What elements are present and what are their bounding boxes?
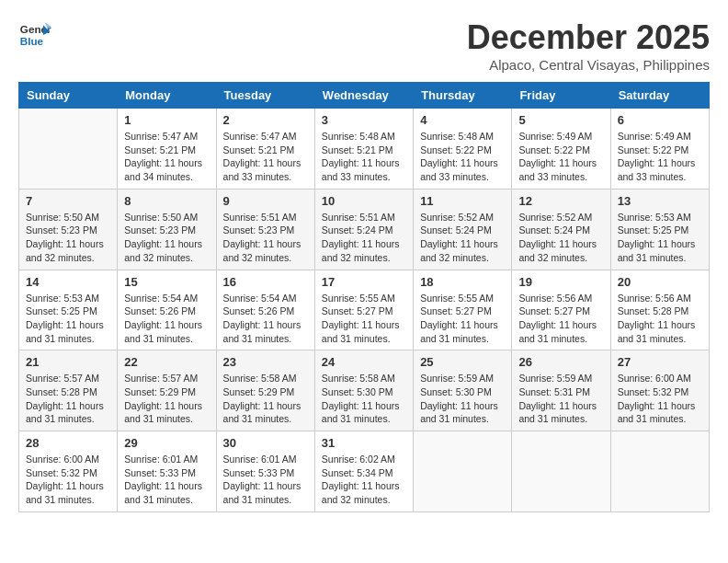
calendar-day-6: 6Sunrise: 5:49 AMSunset: 5:22 PMDaylight… [610,109,709,190]
day-info: Sunrise: 5:48 AMSunset: 5:22 PMDaylight:… [420,130,505,184]
empty-cell [610,431,709,512]
calendar-day-16: 16Sunrise: 5:54 AMSunset: 5:26 PMDayligh… [216,270,314,350]
day-info: Sunrise: 5:50 AMSunset: 5:23 PMDaylight:… [124,211,209,265]
day-info: Sunrise: 5:53 AMSunset: 5:25 PMDaylight:… [26,292,110,346]
calendar-day-8: 8Sunrise: 5:50 AMSunset: 5:23 PMDaylight… [118,189,216,270]
day-info: Sunrise: 6:00 AMSunset: 5:32 PMDaylight:… [618,372,702,426]
calendar-day-12: 12Sunrise: 5:52 AMSunset: 5:24 PMDayligh… [512,189,610,270]
day-number: 5 [518,113,603,127]
day-number: 25 [420,355,505,369]
day-info: Sunrise: 5:59 AMSunset: 5:31 PMDaylight:… [518,372,603,426]
day-info: Sunrise: 5:52 AMSunset: 5:24 PMDaylight:… [518,211,603,265]
calendar-day-25: 25Sunrise: 5:59 AMSunset: 5:30 PMDayligh… [414,350,512,431]
title-section: December 2025 Alpaco, Central Visayas, P… [467,18,710,73]
page-header: General Blue December 2025 Alpaco, Centr… [18,18,710,73]
empty-cell [19,109,118,190]
calendar-day-11: 11Sunrise: 5:52 AMSunset: 5:24 PMDayligh… [414,189,512,270]
day-info: Sunrise: 5:55 AMSunset: 5:27 PMDaylight:… [420,292,505,346]
day-number: 16 [223,275,308,289]
day-info: Sunrise: 5:48 AMSunset: 5:21 PMDaylight:… [322,130,406,184]
day-info: Sunrise: 5:51 AMSunset: 5:23 PMDaylight:… [223,211,308,265]
calendar-day-7: 7Sunrise: 5:50 AMSunset: 5:23 PMDaylight… [19,189,118,270]
day-info: Sunrise: 5:57 AMSunset: 5:28 PMDaylight:… [26,372,110,426]
day-number: 1 [124,113,209,127]
day-info: Sunrise: 5:57 AMSunset: 5:29 PMDaylight:… [124,372,209,426]
day-info: Sunrise: 5:52 AMSunset: 5:24 PMDaylight:… [420,211,505,265]
day-number: 4 [420,113,505,127]
logo-icon: General Blue [18,18,51,52]
day-number: 9 [223,194,308,208]
empty-cell [512,431,610,512]
day-info: Sunrise: 6:02 AMSunset: 5:34 PMDaylight:… [322,453,406,507]
day-number: 26 [518,355,603,369]
day-number: 6 [618,113,702,127]
svg-text:Blue: Blue [20,35,44,47]
calendar-table: SundayMondayTuesdayWednesdayThursdayFrid… [18,82,710,512]
day-info: Sunrise: 6:00 AMSunset: 5:32 PMDaylight:… [26,453,110,507]
day-number: 12 [518,194,603,208]
calendar-day-4: 4Sunrise: 5:48 AMSunset: 5:22 PMDaylight… [414,109,512,190]
calendar-day-24: 24Sunrise: 5:58 AMSunset: 5:30 PMDayligh… [314,350,413,431]
day-number: 11 [420,194,505,208]
calendar-day-10: 10Sunrise: 5:51 AMSunset: 5:24 PMDayligh… [314,189,413,270]
day-info: Sunrise: 5:53 AMSunset: 5:25 PMDaylight:… [618,211,702,265]
day-number: 21 [26,355,110,369]
calendar-week-row: 7Sunrise: 5:50 AMSunset: 5:23 PMDaylight… [19,189,710,270]
weekday-header-tuesday: Tuesday [216,83,314,109]
day-number: 13 [618,194,702,208]
calendar-day-27: 27Sunrise: 6:00 AMSunset: 5:32 PMDayligh… [610,350,709,431]
weekday-header-sunday: Sunday [19,83,118,109]
day-number: 8 [124,194,209,208]
day-info: Sunrise: 5:55 AMSunset: 5:27 PMDaylight:… [322,292,406,346]
calendar-day-17: 17Sunrise: 5:55 AMSunset: 5:27 PMDayligh… [314,270,413,350]
day-number: 24 [322,355,406,369]
day-info: Sunrise: 5:54 AMSunset: 5:26 PMDaylight:… [223,292,308,346]
day-number: 10 [322,194,406,208]
calendar-day-13: 13Sunrise: 5:53 AMSunset: 5:25 PMDayligh… [610,189,709,270]
calendar-day-22: 22Sunrise: 5:57 AMSunset: 5:29 PMDayligh… [118,350,216,431]
logo: General Blue [18,18,51,52]
day-info: Sunrise: 5:58 AMSunset: 5:30 PMDaylight:… [322,372,406,426]
day-info: Sunrise: 5:54 AMSunset: 5:26 PMDaylight:… [124,292,209,346]
weekday-header-monday: Monday [118,83,216,109]
day-info: Sunrise: 6:01 AMSunset: 5:33 PMDaylight:… [124,453,209,507]
calendar-week-row: 14Sunrise: 5:53 AMSunset: 5:25 PMDayligh… [19,270,710,350]
weekday-header-thursday: Thursday [414,83,512,109]
calendar-day-19: 19Sunrise: 5:56 AMSunset: 5:27 PMDayligh… [512,270,610,350]
day-number: 22 [124,355,209,369]
weekday-header-wednesday: Wednesday [314,83,413,109]
day-info: Sunrise: 5:49 AMSunset: 5:22 PMDaylight:… [518,130,603,184]
day-info: Sunrise: 5:58 AMSunset: 5:29 PMDaylight:… [223,372,308,426]
calendar-week-row: 21Sunrise: 5:57 AMSunset: 5:28 PMDayligh… [19,350,710,431]
day-number: 29 [124,436,209,450]
calendar-day-26: 26Sunrise: 5:59 AMSunset: 5:31 PMDayligh… [512,350,610,431]
day-number: 2 [223,113,308,127]
day-info: Sunrise: 5:56 AMSunset: 5:27 PMDaylight:… [518,292,603,346]
calendar-day-18: 18Sunrise: 5:55 AMSunset: 5:27 PMDayligh… [414,270,512,350]
day-info: Sunrise: 5:47 AMSunset: 5:21 PMDaylight:… [124,130,209,184]
calendar-day-20: 20Sunrise: 5:56 AMSunset: 5:28 PMDayligh… [610,270,709,350]
day-number: 28 [26,436,110,450]
day-info: Sunrise: 5:56 AMSunset: 5:28 PMDaylight:… [618,292,702,346]
calendar-day-5: 5Sunrise: 5:49 AMSunset: 5:22 PMDaylight… [512,109,610,190]
calendar-day-31: 31Sunrise: 6:02 AMSunset: 5:34 PMDayligh… [314,431,413,512]
day-number: 15 [124,275,209,289]
calendar-day-2: 2Sunrise: 5:47 AMSunset: 5:21 PMDaylight… [216,109,314,190]
calendar-title: December 2025 [467,18,710,57]
day-number: 3 [322,113,406,127]
calendar-day-9: 9Sunrise: 5:51 AMSunset: 5:23 PMDaylight… [216,189,314,270]
day-number: 23 [223,355,308,369]
day-number: 31 [322,436,406,450]
day-info: Sunrise: 5:47 AMSunset: 5:21 PMDaylight:… [223,130,308,184]
calendar-day-30: 30Sunrise: 6:01 AMSunset: 5:33 PMDayligh… [216,431,314,512]
day-info: Sunrise: 5:51 AMSunset: 5:24 PMDaylight:… [322,211,406,265]
day-number: 17 [322,275,406,289]
day-info: Sunrise: 5:59 AMSunset: 5:30 PMDaylight:… [420,372,505,426]
day-number: 7 [26,194,110,208]
day-number: 20 [618,275,702,289]
day-info: Sunrise: 5:49 AMSunset: 5:22 PMDaylight:… [618,130,702,184]
calendar-day-14: 14Sunrise: 5:53 AMSunset: 5:25 PMDayligh… [19,270,118,350]
calendar-day-3: 3Sunrise: 5:48 AMSunset: 5:21 PMDaylight… [314,109,413,190]
day-info: Sunrise: 6:01 AMSunset: 5:33 PMDaylight:… [223,453,308,507]
day-number: 19 [518,275,603,289]
